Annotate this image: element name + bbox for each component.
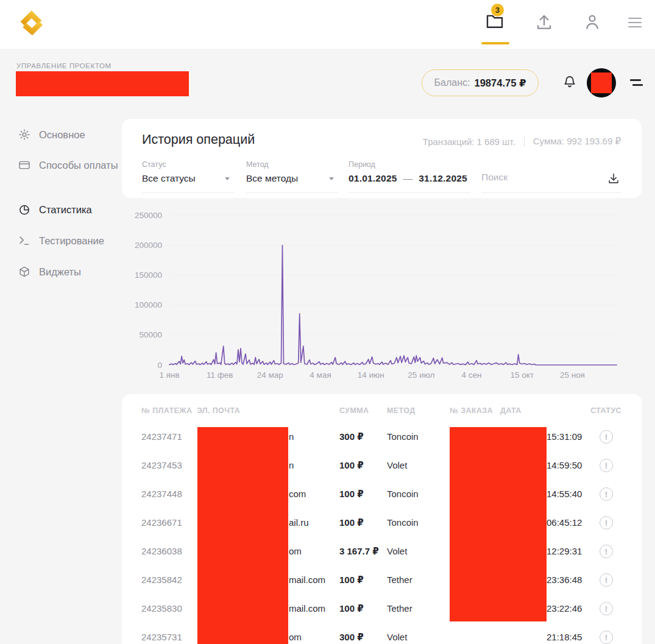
period-date-from[interactable]: 01.01.2025	[349, 173, 397, 184]
sidebar-item-label: Основное	[39, 128, 85, 141]
sidebar-item-1[interactable]: Способы оплаты	[18, 158, 119, 172]
avatar[interactable]	[587, 68, 616, 97]
amount: 100 ₽	[339, 513, 364, 533]
svg-text:14 июн: 14 июн	[358, 370, 384, 380]
payment-number: 24236038	[141, 542, 182, 561]
sidebar-item-label: Виджеты	[39, 265, 81, 278]
exclamation-circle-icon[interactable]: !	[600, 631, 613, 644]
email-suffix: n	[289, 456, 294, 475]
col-header-method: МЕТОД	[387, 406, 416, 415]
download-button[interactable]	[607, 172, 620, 185]
app-root: 3 УПРАВЛЕНИЕ ПРОЕКТОМ Баланс: 19874.75 ₽	[0, 0, 655, 644]
payment-method: Volet	[387, 456, 407, 475]
email-suffix: om	[289, 542, 302, 561]
transactions-table: № ПЛАТЕЖА ЭЛ. ПОЧТА СУММА МЕТОД № ЗАКАЗА…	[122, 394, 642, 644]
page-title: История операций	[142, 132, 255, 147]
exclamation-circle-icon[interactable]: !	[600, 545, 613, 558]
amount: 100 ₽	[339, 456, 364, 475]
payment-number: 24237448	[141, 484, 182, 504]
chevron-down-icon	[329, 177, 334, 180]
stats-divider	[524, 136, 525, 147]
project-section-label: УПРАВЛЕНИЕ ПРОЕКТОМ	[16, 62, 112, 69]
col-header-payment: № ПЛАТЕЖА	[141, 406, 192, 415]
redaction-block-order	[450, 427, 547, 621]
svg-text:100000: 100000	[135, 300, 162, 310]
top-header: 3	[0, 0, 655, 49]
amount: 300 ₽	[339, 628, 364, 644]
balance-pill[interactable]: Баланс: 19874.75 ₽	[422, 69, 539, 96]
folder-badge: 3	[491, 4, 504, 16]
profile-button[interactable]	[583, 12, 604, 33]
exclamation-circle-icon[interactable]: !	[600, 459, 613, 472]
pie-chart-icon	[18, 203, 30, 216]
burger-icon	[628, 18, 642, 19]
col-header-amount: СУММА	[339, 406, 369, 415]
email-suffix: ail.ru	[289, 513, 309, 533]
balance-value: 19874.75 ₽	[475, 77, 526, 89]
exclamation-circle-icon[interactable]: !	[600, 602, 613, 615]
search-input[interactable]	[481, 172, 585, 183]
search-field-group	[481, 160, 621, 193]
exclamation-circle-icon[interactable]: !	[600, 487, 613, 501]
gear-icon	[18, 129, 30, 141]
payment-method: Toncoin	[387, 427, 419, 447]
col-header-email: ЭЛ. ПОЧТА	[197, 406, 240, 415]
sidebar-item-3[interactable]: Тестирование	[18, 234, 119, 247]
payment-time: 23:22:46	[547, 599, 582, 618]
terminal-icon	[18, 235, 30, 247]
exclamation-circle-icon[interactable]: !	[600, 573, 613, 587]
exclamation-circle-icon[interactable]: !	[600, 430, 613, 444]
amount: 100 ₽	[339, 484, 364, 504]
email-suffix: com	[289, 484, 306, 504]
col-header-status: СТАТУС	[573, 406, 621, 415]
email-suffix: mail.com	[289, 570, 325, 590]
cube-icon	[18, 266, 30, 278]
svg-text:4 сен: 4 сен	[462, 370, 482, 380]
svg-text:25 ноя: 25 ноя	[560, 370, 585, 380]
period-date-to[interactable]: 31.12.2025	[419, 173, 467, 184]
payment-number: 24235842	[141, 570, 182, 590]
exclamation-circle-icon[interactable]: !	[600, 516, 613, 529]
amount: 3 167.7 ₽	[339, 542, 379, 561]
svg-text:11 фев: 11 фев	[207, 370, 233, 380]
burger-menu-button[interactable]	[628, 18, 643, 27]
payment-method: Toncoin	[387, 513, 419, 533]
transactions-total: Сумма: 992 193.69 ₽	[533, 136, 621, 147]
payment-time: 12:29:31	[547, 542, 582, 561]
upload-button[interactable]	[535, 12, 556, 33]
payment-number: 24236671	[141, 513, 182, 533]
col-header-date: ДАТА	[500, 406, 522, 415]
app-logo-icon[interactable]	[16, 7, 45, 37]
balance-label: Баланс:	[434, 77, 470, 88]
payment-method: Toncoin	[387, 484, 419, 504]
period-filter[interactable]: Период 01.01.2025 — 31.12.2025	[349, 160, 470, 193]
payment-number: 24235830	[141, 599, 182, 618]
payment-time: 23:36:48	[547, 570, 582, 590]
status-filter-value: Все статусы	[142, 173, 235, 184]
project-switcher-icon[interactable]	[630, 79, 645, 86]
svg-text:150000: 150000	[135, 271, 162, 280]
payment-time: 15:31:09	[547, 427, 582, 447]
sidebar-item-2[interactable]: Статистика	[18, 203, 119, 216]
svg-text:0: 0	[157, 361, 162, 370]
method-filter[interactable]: Метод Все методы	[246, 160, 339, 193]
status-filter[interactable]: Статус Все статусы	[142, 160, 235, 193]
person-icon	[583, 12, 601, 32]
redaction-block-email	[197, 427, 288, 644]
operations-chart: 0500001000001500002000002500001 янв11 фе…	[122, 201, 642, 384]
payment-time: 21:18:45	[547, 628, 582, 644]
field-underline	[481, 193, 621, 193]
field-underline	[349, 193, 470, 193]
payment-number: 24237453	[141, 456, 182, 475]
svg-text:1 янв: 1 янв	[159, 370, 179, 380]
sidebar-item-4[interactable]: Виджеты	[18, 265, 119, 278]
email-suffix: mail.com	[289, 599, 325, 618]
svg-text:25 июл: 25 июл	[408, 370, 434, 380]
svg-text:200000: 200000	[135, 241, 162, 250]
sidebar-item-0[interactable]: Основное	[18, 128, 119, 141]
notifications-bell-button[interactable]	[562, 74, 578, 91]
amount: 100 ₽	[339, 599, 364, 618]
sidebar-item-label: Тестирование	[39, 234, 104, 247]
svg-text:4 мая: 4 мая	[310, 370, 331, 380]
svg-text:250000: 250000	[135, 211, 162, 220]
